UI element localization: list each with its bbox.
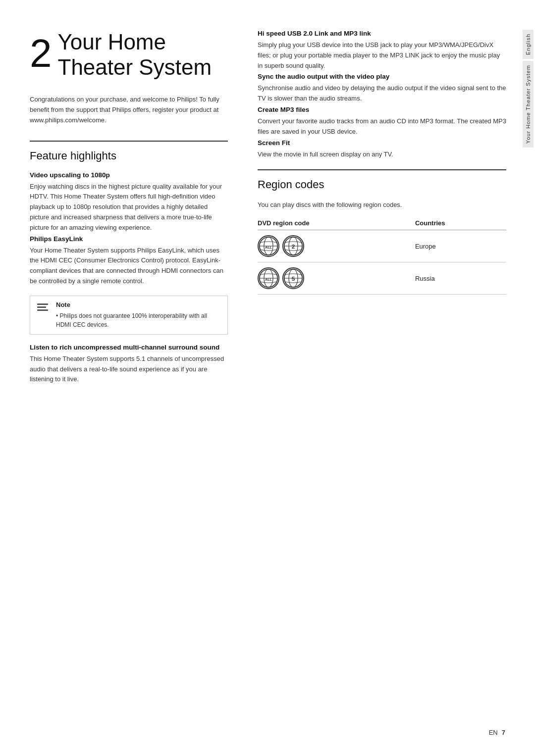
- svg-text:2: 2: [292, 243, 295, 250]
- region-table-col1: DVD region code: [258, 216, 415, 230]
- feature-surround-sound-body: This Home Theater System supports 5.1 ch…: [30, 354, 228, 385]
- region-country: Europe: [415, 230, 506, 262]
- intro-text: Congratulations on your purchase, and we…: [30, 95, 228, 125]
- feature-easylink: Philips EasyLink Your Home Theater Syste…: [30, 235, 228, 287]
- feature-create-mp3: Create MP3 files Convert your favorite a…: [258, 106, 506, 137]
- feature-easylink-body: Your Home Theater System supports Philip…: [30, 246, 228, 287]
- region-icons: ALL 2: [258, 235, 415, 257]
- note-bullet: Philips does not guarantee 100% interope…: [56, 311, 220, 329]
- region-icons-cell: ALL 5: [258, 262, 415, 295]
- right-features: Hi speed USB 2.0 Link and MP3 link Simpl…: [258, 30, 506, 159]
- feature-easylink-heading: Philips EasyLink: [30, 235, 228, 243]
- region-codes-heading: Region codes: [258, 178, 506, 191]
- side-tabs: English Your Home Theater System: [521, 0, 535, 756]
- feature-screen-fit-heading: Screen Fit: [258, 139, 506, 147]
- note-icon: [37, 302, 51, 313]
- region-badge: ALL: [258, 235, 279, 257]
- region-country: Russia: [415, 262, 506, 295]
- chapter-number: 2: [30, 34, 52, 73]
- chapter-title: 2 Your Home Theater System: [30, 30, 228, 80]
- feature-usb-link-heading: Hi speed USB 2.0 Link and MP3 link: [258, 30, 506, 37]
- svg-text:ALL: ALL: [265, 245, 272, 250]
- feature-sync-audio: Sync the audio output with the video pla…: [258, 73, 506, 104]
- feature-video-upscaling-heading: Video upscaling to 1080p: [30, 171, 228, 179]
- region-badge: ALL: [258, 267, 279, 289]
- region-icons: ALL 5: [258, 267, 415, 289]
- feature-usb-link-body: Simply plug your USB device into the USB…: [258, 40, 506, 71]
- feature-sync-audio-heading: Sync the audio output with the video pla…: [258, 73, 506, 80]
- feature-screen-fit-body: View the movie in full screen display on…: [258, 150, 506, 160]
- region-codes-section: Region codes You can play discs with the…: [258, 169, 506, 295]
- note-box: Note Philips does not guarantee 100% int…: [30, 296, 228, 335]
- feature-create-mp3-heading: Create MP3 files: [258, 106, 506, 113]
- region-badge: 2: [282, 235, 304, 257]
- feature-sync-audio-body: Synchronise audio and video by delaying …: [258, 83, 506, 104]
- feature-screen-fit: Screen Fit View the movie in full screen…: [258, 139, 506, 160]
- region-table: DVD region code Countries: [258, 216, 506, 295]
- table-row: ALL 5 Russia: [258, 262, 506, 295]
- chapter-title-line1: Your Home: [58, 30, 212, 55]
- region-icons-cell: ALL 2: [258, 230, 415, 262]
- side-tab-chapter: Your Home Theater System: [523, 61, 534, 148]
- feature-usb-link: Hi speed USB 2.0 Link and MP3 link Simpl…: [258, 30, 506, 71]
- side-tab-english: English: [523, 30, 534, 59]
- svg-text:5: 5: [292, 275, 295, 282]
- section-divider-features: [30, 141, 228, 142]
- feature-video-upscaling-body: Enjoy watching discs in the highest pict…: [30, 182, 228, 233]
- chapter-title-line2: Theater System: [58, 55, 212, 80]
- page-footer: EN 7: [489, 729, 505, 736]
- section-divider-region: [258, 169, 506, 170]
- region-codes-intro: You can play discs with the following re…: [258, 200, 506, 210]
- page-number: 7: [502, 729, 505, 736]
- feature-highlights-heading: Feature highlights: [30, 150, 228, 162]
- feature-create-mp3-body: Convert your favorite audio tracks from …: [258, 116, 506, 137]
- feature-surround-sound-heading: Listen to rich uncompressed multi-channe…: [30, 344, 228, 351]
- note-title: Note: [56, 301, 220, 308]
- svg-text:ALL: ALL: [265, 277, 272, 282]
- table-row: ALL 2 Europe: [258, 230, 506, 262]
- region-table-col2: Countries: [415, 216, 506, 230]
- page-language-label: EN: [489, 729, 498, 736]
- feature-video-upscaling: Video upscaling to 1080p Enjoy watching …: [30, 171, 228, 233]
- region-badge: 5: [282, 267, 304, 289]
- feature-surround-sound: Listen to rich uncompressed multi-channe…: [30, 344, 228, 385]
